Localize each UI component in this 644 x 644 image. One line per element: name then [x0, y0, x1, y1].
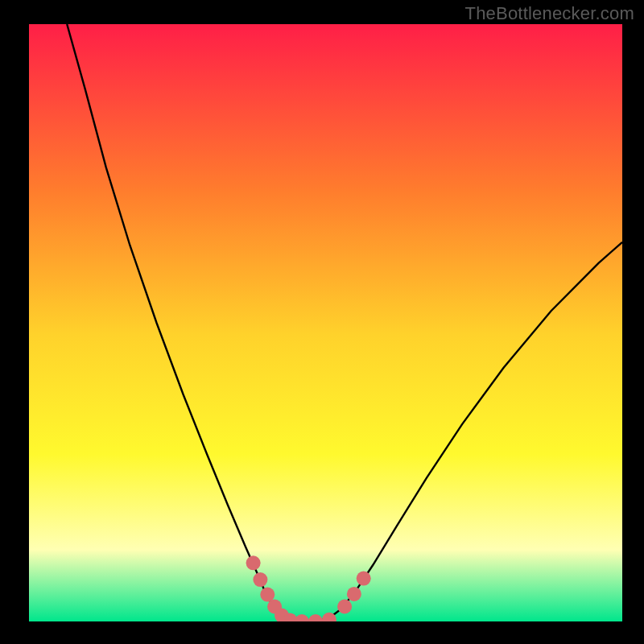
- highlight-right-0: [337, 600, 352, 614]
- heat-gradient: [29, 24, 622, 621]
- bottleneck-chart: [0, 0, 644, 644]
- highlight-left-1: [253, 572, 267, 587]
- watermark-text: TheBottlenecker.com: [465, 3, 634, 24]
- highlight-left-0: [246, 555, 261, 570]
- highlight-right-2: [357, 572, 371, 586]
- highlight-right-1: [347, 587, 361, 601]
- chart-stage: [0, 0, 644, 644]
- plot-area: [29, 24, 622, 629]
